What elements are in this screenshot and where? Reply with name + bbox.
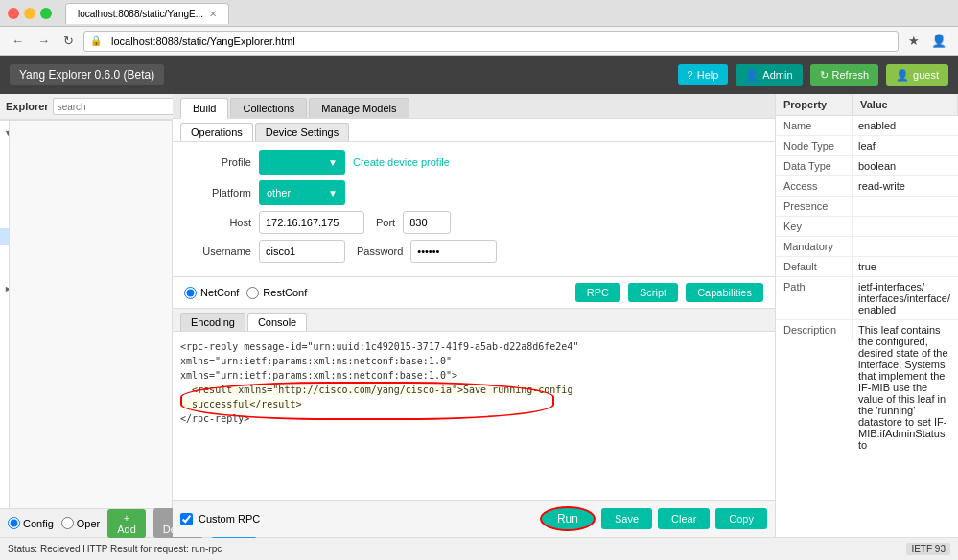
tree-item-name[interactable]: ► 🔑 name xyxy=(0,176,9,194)
rpc-button[interactable]: RPC xyxy=(575,283,620,302)
prop-key: Name xyxy=(776,116,853,135)
chevron-down-icon: ▼ xyxy=(328,188,338,198)
tab-device-settings[interactable]: Device Settings xyxy=(255,123,349,141)
capabilities-button[interactable]: Capabilities xyxy=(686,283,763,302)
oper-radio-label[interactable]: Oper xyxy=(61,517,100,529)
guest-button[interactable]: 👤 guest xyxy=(886,64,948,86)
tree-item-interfaces[interactable]: ▼ C interfaces xyxy=(0,142,9,159)
profile-row: Profile ▼ Create device profile xyxy=(184,150,763,175)
tree-item-interfaces-state[interactable]: ► M interfaces-state xyxy=(0,263,9,280)
app-title: Yang Explorer 0.6.0 (Beta) xyxy=(10,64,164,85)
profile-label: Profile xyxy=(184,156,251,168)
prop-val: boolean xyxy=(853,156,958,175)
oper-radio[interactable] xyxy=(61,517,74,529)
browser-tab[interactable]: localhost:8088/static/YangE... ✕ xyxy=(65,3,229,24)
tree-panel: ▼ M ietf-interfaces ▼ C interfaces ▼ C i… xyxy=(0,121,9,508)
tab-collections[interactable]: Collections xyxy=(230,98,307,118)
custom-rpc-checkbox[interactable] xyxy=(180,513,193,525)
console-content: <rpc-reply message-id="urn:uuid:1c492015… xyxy=(180,339,767,426)
copy-button[interactable]: Copy xyxy=(715,508,767,529)
values-panel xyxy=(9,121,172,508)
encoding-tab[interactable]: Encoding xyxy=(180,313,245,331)
appbar: Yang Explorer 0.6.0 (Beta) ? Help 👤 Admi… xyxy=(0,56,958,94)
script-button[interactable]: Script xyxy=(628,283,678,302)
prop-row-name: Name enabled xyxy=(776,116,958,136)
forward-button[interactable]: → xyxy=(34,32,54,50)
create-profile-link[interactable]: Create device profile xyxy=(353,156,450,168)
admin-button[interactable]: 👤 Admin xyxy=(736,64,802,86)
search-input[interactable] xyxy=(53,98,184,115)
password-input[interactable] xyxy=(410,240,497,263)
maximize-dot[interactable] xyxy=(40,8,52,19)
prop-key: Key xyxy=(776,217,853,236)
prop-val xyxy=(853,197,958,216)
refresh-button[interactable]: ↻ Refresh xyxy=(810,64,879,86)
middle-panel: Build Collections Manage Models Operatio… xyxy=(173,94,776,537)
reload-button[interactable]: ↻ xyxy=(59,32,78,50)
run-button[interactable]: Run xyxy=(540,506,596,531)
username-input[interactable] xyxy=(259,240,345,263)
console-area: <rpc-reply message-id="urn:uuid:1c492015… xyxy=(173,332,775,500)
config-radio-label[interactable]: Config xyxy=(8,517,54,529)
console-tab[interactable]: Console xyxy=(247,313,307,331)
tree-item-interface[interactable]: ▼ C interface xyxy=(0,159,9,176)
sidebar: Explorer Values ↕ ▼ M ietf-interfaces ▼ xyxy=(0,94,173,537)
user-icon[interactable]: 👤 xyxy=(927,32,950,50)
tree-item-type[interactable]: ► 🗎 type xyxy=(0,211,9,228)
restconf-radio[interactable] xyxy=(246,287,259,299)
prop-row-mandatory: Mandatory xyxy=(776,237,958,257)
protocol-row: NetConf RestConf RPC Script Capabilities xyxy=(173,277,775,309)
prop-key: Node Type xyxy=(776,136,853,155)
platform-row: Platform other ▼ xyxy=(184,180,763,205)
port-input[interactable] xyxy=(403,211,451,234)
tab-operations[interactable]: Operations xyxy=(180,123,253,141)
platform-select[interactable]: other ▼ xyxy=(259,180,345,205)
prop-key: Presence xyxy=(776,197,853,216)
titlebar: localhost:8088/static/YangE... ✕ xyxy=(0,0,958,27)
tab-manage-models[interactable]: Manage Models xyxy=(309,98,409,118)
clear-button[interactable]: Clear xyxy=(658,508,710,529)
window-controls xyxy=(8,8,52,19)
tree-item-link-up-down-trap-enable[interactable]: ► 🗎 link-up-down-trap-enable xyxy=(0,245,9,263)
tree-item-ietf-netconf-monitoring[interactable]: ► M ietf-netconf-monitoring xyxy=(0,280,9,297)
property-header: Property Value xyxy=(776,94,958,116)
host-row: Host Port xyxy=(184,211,763,234)
host-input[interactable] xyxy=(259,211,364,234)
bookmark-icon[interactable]: ★ xyxy=(904,32,923,50)
prop-row-default: Default true xyxy=(776,257,958,277)
close-tab-icon[interactable]: ✕ xyxy=(209,9,217,19)
add-button[interactable]: + Add xyxy=(107,509,146,538)
url-input[interactable] xyxy=(105,32,892,51)
tab-build[interactable]: Build xyxy=(180,98,228,119)
prop-row-description: Description This leaf contains the confi… xyxy=(776,320,958,455)
minimize-dot[interactable] xyxy=(24,8,35,19)
tree-item-description[interactable]: ► 🗎 description xyxy=(0,194,9,211)
prop-val: enabled xyxy=(853,116,958,135)
guest-icon: 👤 xyxy=(896,69,909,82)
tree-item-enabled[interactable]: ► 🗎 enabled xyxy=(0,228,9,245)
sub-tabs-bar: Operations Device Settings xyxy=(173,119,775,142)
property-rows: Name enabled Node Type leaf Data Type bo… xyxy=(776,116,958,455)
prop-row-access: Access read-write xyxy=(776,176,958,197)
close-dot[interactable] xyxy=(8,8,19,19)
prop-key: Mandatory xyxy=(776,237,853,256)
config-radio[interactable] xyxy=(8,517,20,529)
question-icon: ? xyxy=(688,69,693,81)
prop-row-key: Key xyxy=(776,217,958,237)
netconf-radio[interactable] xyxy=(184,287,197,299)
back-button[interactable]: ← xyxy=(8,32,28,50)
password-label: Password xyxy=(357,245,403,257)
help-button[interactable]: ? Help xyxy=(678,64,729,85)
explorer-header: Explorer xyxy=(0,94,190,120)
restconf-radio-label[interactable]: RestConf xyxy=(246,287,307,299)
prop-val: This leaf contains the configured, desir… xyxy=(853,320,958,455)
prop-row-presence: Presence xyxy=(776,197,958,217)
host-label: Host xyxy=(184,217,251,228)
save-button[interactable]: Save xyxy=(601,508,652,529)
prop-row-data-type: Data Type boolean xyxy=(776,156,958,176)
tree-item-ietf-interfaces[interactable]: ▼ M ietf-interfaces xyxy=(0,125,9,142)
prop-key: Data Type xyxy=(776,156,853,175)
encoding-tabs: Encoding Console xyxy=(173,309,775,332)
netconf-radio-label[interactable]: NetConf xyxy=(184,287,239,299)
profile-select[interactable]: ▼ xyxy=(259,150,345,175)
